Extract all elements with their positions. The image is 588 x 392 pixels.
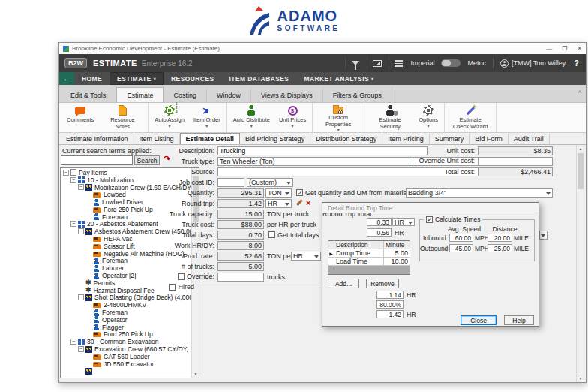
tree-expander-icon[interactable]: − <box>70 339 76 345</box>
hired-checkbox[interactable] <box>169 284 176 291</box>
toolbar-button-options[interactable]: Options▾ <box>414 103 442 132</box>
tree-item-flagger[interactable]: Flagger <box>62 324 190 331</box>
toolbar-button-unit-prices[interactable]: $Unit Prices▾ <box>274 103 310 132</box>
truck-capacity-value[interactable]: 15.00 <box>218 210 264 219</box>
ribbon-tab-estimate[interactable]: Estimate <box>116 87 164 102</box>
doc-tab-item-pricing[interactable]: Item Pricing <box>382 134 430 144</box>
scroll-up-icon[interactable]: ▲ <box>577 145 584 152</box>
ribbon-tab-costing[interactable]: Costing <box>164 88 207 102</box>
tree-item-cat-560-loader[interactable]: CAT 560 Loader <box>62 353 190 360</box>
ribbon-tab-window[interactable]: Window <box>207 88 251 102</box>
outbound-distance-value[interactable]: 25.00 <box>488 244 512 252</box>
scroll-down-icon[interactable]: ▼ <box>577 375 584 382</box>
override-unit-cost-checkbox[interactable] <box>410 158 416 164</box>
work-hr-value[interactable]: 8.00 <box>218 241 264 250</box>
tree-expander-icon[interactable]: − <box>78 294 84 300</box>
toolbar-button-auto-distribute[interactable]: Auto Distribute▾ <box>229 103 274 132</box>
outbound-speed-value[interactable]: 45.00 <box>449 244 473 252</box>
ribbon-collapse-icon[interactable]: ^ <box>578 89 581 97</box>
close-button[interactable]: ✕ <box>577 45 582 52</box>
edit-round-trip-icon[interactable] <box>296 199 302 205</box>
toolbar-button-comments[interactable]: Comments <box>62 103 98 132</box>
efficiency-value[interactable]: 80.00% <box>376 300 404 309</box>
num-trucks-value[interactable]: 5.00 <box>218 262 264 271</box>
toolbar-button-item-order[interactable]: Item Order▾ <box>189 103 225 132</box>
total-days-value[interactable]: 0.70 <box>218 231 264 240</box>
doc-tab-bid-pricing-strategy[interactable]: Bid Pricing Strategy <box>240 134 310 144</box>
doc-tab-estimate-detail[interactable]: Estimate Detail <box>180 133 241 144</box>
inbound-distance-value[interactable]: 20.00 <box>488 234 512 242</box>
toolbar-button-estimate-security[interactable]: Estimate Security <box>366 103 414 132</box>
prod-rate-value[interactable]: 52.68 <box>218 252 264 261</box>
help-button[interactable]: ? <box>572 59 580 68</box>
close-button[interactable]: Close <box>460 315 496 325</box>
content-scrollbar[interactable]: ▲ ▼ <box>576 145 584 382</box>
menu-item-estimate[interactable]: ESTIMATE▾ <box>110 72 164 85</box>
get-total-days-checkbox[interactable] <box>268 231 275 238</box>
unit-toggle[interactable] <box>441 59 460 67</box>
outbound-time-value[interactable]: 0.56 <box>367 228 392 237</box>
prod-rate-unit-combo[interactable]: HR <box>291 252 321 261</box>
toolbar-button-custom-properties[interactable]: Custom Properties▾ <box>314 103 362 132</box>
scroll-down-icon[interactable]: ▼ <box>192 370 200 378</box>
round-trip-unit-combo[interactable]: HR <box>266 199 292 208</box>
help-dialog-button[interactable]: Help <box>504 315 534 325</box>
quantity-value[interactable]: 295.31 <box>218 188 264 198</box>
tree-item-partial[interactable] <box>62 368 190 375</box>
tree-item-shot-blasting-bridge-deck-4-000-00-sf-p[interactable]: −Shot Blasting (Bridge Deck) (4,000.00 S… <box>62 294 190 302</box>
tree-item-30-common-excavation[interactable]: −30 - Common Excavation <box>62 338 190 345</box>
list-button[interactable] <box>388 57 404 69</box>
trip-time-grid[interactable]: Description Minute ▶ Dump Time 5.00 Load… <box>328 240 410 275</box>
job-cost-id-combo[interactable]: (Custom) <box>247 178 293 187</box>
toolbar-button-auto-assign[interactable]: Auto Assign▾ <box>150 103 189 132</box>
display-button[interactable] <box>367 57 382 69</box>
tree-item-2-4800dhmkv[interactable]: 2-4800DHMKV <box>62 301 190 309</box>
toolbar-button-resource-notes[interactable]: Resource Notes <box>98 103 146 132</box>
override-unit-cost-value[interactable] <box>478 157 553 166</box>
filter-button[interactable] <box>345 57 360 69</box>
grid-row-dump[interactable]: ▶ Dump Time 5.00 <box>328 249 410 258</box>
ribbon-tab-views-displays[interactable]: Views & Displays <box>251 88 323 102</box>
tree-item-excavation-crew-660-57-cy-dy-12-87-dy[interactable]: −Excavation Crew (660.57 CY/DY, 12.87 DY <box>62 345 190 353</box>
override-value[interactable] <box>218 273 264 282</box>
dialog-titlebar[interactable]: Detail Round Trip Time <box>322 203 538 213</box>
doc-tab-bid-form[interactable]: Bid Form <box>470 134 508 144</box>
ribbon-tab-filters-groups[interactable]: Filters & Groups <box>323 88 392 102</box>
menu-item-market-analysis[interactable]: MARKET ANALYSIS▾ <box>296 72 381 85</box>
ribbon-tab-edit-tools[interactable]: Edit & Tools <box>61 88 116 102</box>
back-button[interactable]: ← <box>59 72 74 85</box>
inbound-time-value[interactable]: 0.33 <box>367 218 392 226</box>
remove-button[interactable]: Remove <box>366 279 399 288</box>
doc-tab-distribution-strategy[interactable]: Distribution Strategy <box>310 134 382 144</box>
tree-item-jd-550-excavator[interactable]: JD 550 Excavator <box>62 360 190 368</box>
maximize-button[interactable]: ❒ <box>562 45 567 52</box>
inbound-speed-value[interactable]: 60.00 <box>449 234 473 242</box>
tree-item-ford-250-pick-up[interactable]: Ford 250 Pick Up <box>62 331 190 339</box>
tree-item-foreman[interactable]: Foreman <box>62 309 190 316</box>
tree-expander-icon[interactable]: − <box>78 346 84 352</box>
doc-tab-audit-trail[interactable]: Audit Trail <box>508 134 550 144</box>
get-quantity-checkbox[interactable] <box>296 189 303 196</box>
minimize-button[interactable]: — <box>546 45 552 52</box>
clear-round-trip-icon[interactable]: × <box>306 198 310 207</box>
menu-item-resources[interactable]: RESOURCES <box>164 72 221 85</box>
toolbar-button-estimate-check-wizard[interactable]: Estimate Check Wizard <box>446 103 494 132</box>
inbound-time-unit-combo[interactable]: HR <box>392 218 415 226</box>
material-combo[interactable]: Bedding 3/4" <box>406 188 553 198</box>
doc-tab-estimate-information[interactable]: Estimate Information <box>61 134 134 144</box>
add-button[interactable]: Add... <box>328 279 359 288</box>
job-cost-id-input[interactable] <box>218 178 244 187</box>
round-trip-value[interactable]: 1.42 <box>218 199 264 208</box>
content-scroll-thumb[interactable] <box>578 153 584 189</box>
doc-tab-summary[interactable]: Summary <box>430 134 470 144</box>
calculate-times-checkbox[interactable] <box>426 216 433 223</box>
quantity-unit-combo[interactable]: TON <box>266 188 292 198</box>
override-checkbox[interactable] <box>178 273 184 280</box>
menu-item-item-databases[interactable]: ITEM DATABASES <box>222 72 297 85</box>
menu-item-home[interactable]: HOME <box>74 72 110 85</box>
user-menu[interactable]: [TMW] Tom Willey <box>500 59 566 68</box>
tree-item-operator[interactable]: Operator <box>62 316 190 324</box>
truck-cost-value[interactable]: $88.00 <box>218 220 264 229</box>
doc-tab-item-listing[interactable]: Item Listing <box>134 134 180 144</box>
grid-row-load[interactable]: Load Time 10.00 <box>328 258 410 266</box>
